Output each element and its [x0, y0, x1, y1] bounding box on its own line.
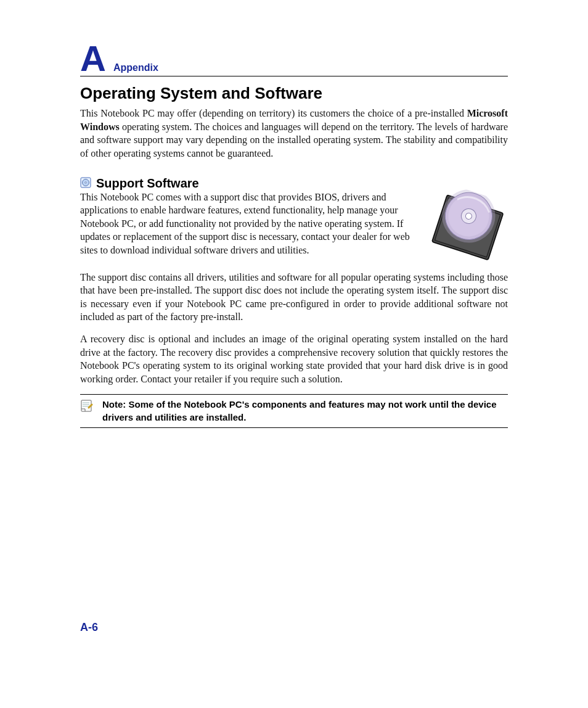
- document-page: A Appendix Operating System and Software…: [0, 0, 588, 708]
- support-heading: Support Software: [96, 176, 199, 191]
- section-header: A Appendix: [80, 43, 508, 76]
- disc-icon: [80, 177, 91, 191]
- support-paragraph-3: A recovery disc is optional and includes…: [80, 332, 508, 385]
- note-text: Note: Some of the Notebook PC's componen…: [102, 398, 508, 424]
- appendix-letter: A: [80, 43, 106, 73]
- page-title: Operating System and Software: [80, 84, 508, 103]
- cd-case-illustration: [428, 192, 508, 268]
- support-paragraph-2: The support disc contains all drivers, u…: [80, 271, 508, 324]
- intro-text-pre: This Notebook PC may offer (depending on…: [80, 108, 467, 118]
- page-number: A-6: [80, 621, 98, 634]
- intro-text-post: operating system. The choices and langua…: [80, 121, 508, 158]
- svg-point-2: [85, 182, 87, 184]
- note-block: Note: Some of the Notebook PC's componen…: [80, 394, 508, 428]
- appendix-label: Appendix: [113, 62, 158, 73]
- note-icon: [80, 399, 94, 415]
- intro-paragraph: This Notebook PC may offer (depending on…: [80, 107, 508, 160]
